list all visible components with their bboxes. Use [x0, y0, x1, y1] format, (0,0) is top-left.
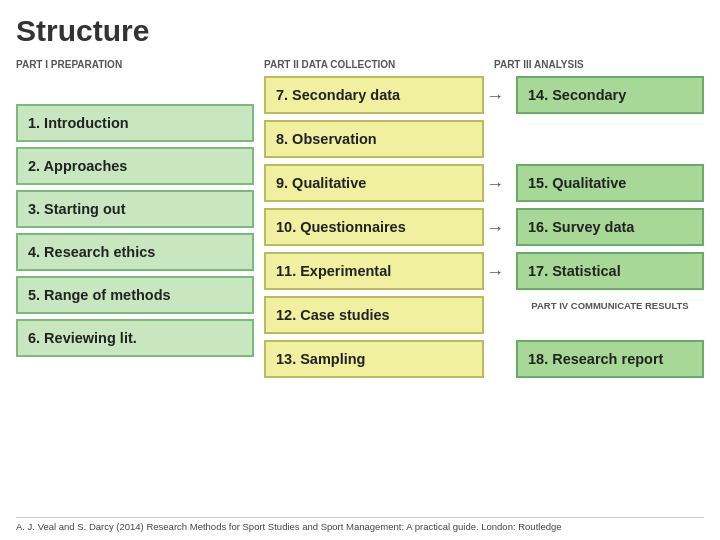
cell-right-6: PART IV COMMUNICATE RESULTS — [506, 296, 704, 337]
item-starting-out: 3. Starting out — [16, 190, 254, 228]
item-15-qualitative: 15. Qualitative — [516, 164, 704, 202]
grid-row-1: 7. Secondary data → 14. Secondary — [254, 76, 704, 117]
cell-right-5: 17. Statistical — [506, 252, 704, 293]
cell-right-2 — [506, 120, 704, 161]
item-secondary-data: 7. Secondary data — [264, 76, 484, 114]
item-range-of-methods: 5. Range of methods — [16, 276, 254, 314]
grid-row-4: 10. Questionnaires → 16. Survey data — [254, 208, 704, 249]
item-16-survey-data: 16. Survey data — [516, 208, 704, 246]
arrow-4: → — [484, 218, 506, 239]
page: Structure PART I PREPARATION PART II DAT… — [0, 0, 720, 540]
part1-label: PART I PREPARATION — [16, 59, 122, 70]
grid-row-6: 12. Case studies → PART IV COMMUNICATE R… — [254, 296, 704, 337]
grid-row-2: 8. Observation → — [254, 120, 704, 161]
cell-right-4: 16. Survey data — [506, 208, 704, 249]
part4-label: PART IV COMMUNICATE RESULTS — [516, 296, 704, 316]
item-experimental: 11. Experimental — [264, 252, 484, 290]
content-area: 1. Introduction 2. Approaches 3. Startin… — [16, 76, 704, 513]
item-questionnaires: 10. Questionnaires — [264, 208, 484, 246]
page-title: Structure — [16, 14, 704, 48]
cell-right-7: 18. Research report — [506, 340, 704, 381]
item-observation: 8. Observation — [264, 120, 484, 158]
cell-mid-5: 11. Experimental — [254, 252, 484, 293]
arrow-3: → — [484, 174, 506, 195]
item-introduction: 1. Introduction — [16, 104, 254, 142]
grid-row-7: 13. Sampling → 18. Research report — [254, 340, 704, 381]
cell-mid-1: 7. Secondary data — [254, 76, 484, 117]
grid-row-3: 9. Qualitative → 15. Qualitative — [254, 164, 704, 205]
cell-mid-7: 13. Sampling — [254, 340, 484, 381]
item-14-secondary: 14. Secondary — [516, 76, 704, 114]
cell-mid-4: 10. Questionnaires — [254, 208, 484, 249]
mid-right-wrapper: 7. Secondary data → 14. Secondary 8. Obs… — [254, 76, 704, 513]
arrow-5: → — [484, 262, 506, 283]
footer-citation: A. J. Veal and S. Darcy (2014) Research … — [16, 517, 704, 532]
cell-mid-2: 8. Observation — [254, 120, 484, 161]
col-part1: 1. Introduction 2. Approaches 3. Startin… — [16, 76, 254, 513]
item-approaches: 2. Approaches — [16, 147, 254, 185]
item-qualitative: 9. Qualitative — [264, 164, 484, 202]
headers-row: PART I PREPARATION PART II DATA COLLECTI… — [16, 54, 704, 72]
item-sampling: 13. Sampling — [264, 340, 484, 378]
cell-right-1: 14. Secondary — [506, 76, 704, 117]
arrow-1: → — [484, 86, 506, 107]
part2-label: PART II DATA COLLECTION — [264, 59, 395, 70]
cell-mid-3: 9. Qualitative — [254, 164, 484, 205]
item-research-ethics: 4. Research ethics — [16, 233, 254, 271]
item-18-research-report: 18. Research report — [516, 340, 704, 378]
grid-row-5: 11. Experimental → 17. Statistical — [254, 252, 704, 293]
part3-label: PART III ANALYSIS — [494, 59, 584, 70]
item-17-statistical: 17. Statistical — [516, 252, 704, 290]
cell-right-3: 15. Qualitative — [506, 164, 704, 205]
cell-mid-6: 12. Case studies — [254, 296, 484, 337]
item-reviewing-lit: 6. Reviewing lit. — [16, 319, 254, 357]
item-case-studies: 12. Case studies — [264, 296, 484, 334]
